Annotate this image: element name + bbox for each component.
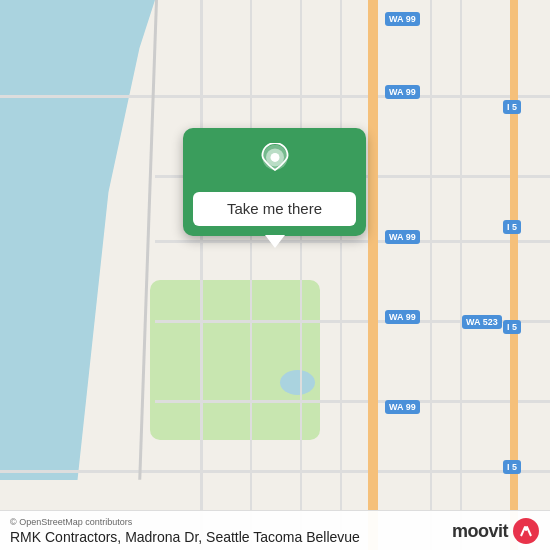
wa99-badge-2: WA 99 (385, 85, 420, 99)
road-vertical-6 (460, 0, 462, 550)
take-me-there-label[interactable]: Take me there (227, 200, 322, 217)
park-area (150, 280, 320, 440)
wa99-badge-5: WA 99 (385, 400, 420, 414)
bottom-bar: © OpenStreetMap contributors RMK Contrac… (0, 510, 550, 550)
location-pin-icon (257, 143, 293, 179)
road-vertical-4 (340, 0, 342, 550)
map-background: WA 99 WA 99 WA 99 WA 99 WA 99 I 5 I 5 I … (0, 0, 550, 550)
i5-badge-2: I 5 (503, 220, 521, 234)
map-attribution: © OpenStreetMap contributors (10, 517, 360, 527)
road-vertical-2 (250, 0, 252, 550)
map-container: WA 99 WA 99 WA 99 WA 99 WA 99 I 5 I 5 I … (0, 0, 550, 550)
svg-point-2 (270, 153, 279, 162)
take-me-there-section[interactable]: Take me there (193, 192, 356, 226)
bottom-bar-left: © OpenStreetMap contributors RMK Contrac… (10, 517, 360, 545)
road-horizontal-6 (0, 470, 550, 473)
location-popup: Take me there (183, 128, 366, 236)
road-horizontal-3 (155, 240, 550, 243)
wa99-badge-3: WA 99 (385, 230, 420, 244)
road-horizontal-1 (0, 95, 550, 98)
moovit-icon (512, 517, 540, 545)
wa99-badge-4: WA 99 (385, 310, 420, 324)
i5-badge-4: I 5 (503, 460, 521, 474)
wa99-badge-1: WA 99 (385, 12, 420, 26)
i5-badge-1: I 5 (503, 100, 521, 114)
small-lake (280, 370, 315, 395)
location-name: RMK Contractors, Madrona Dr, Seattle Tac… (10, 529, 360, 545)
popup-caret (265, 235, 285, 248)
wa523-badge: WA 523 (462, 315, 502, 329)
moovit-logo: moovit (452, 517, 540, 545)
moovit-text: moovit (452, 521, 508, 542)
puget-sound (0, 0, 155, 480)
i5-badge-3: I 5 (503, 320, 521, 334)
wa99-highway (368, 0, 378, 550)
road-horizontal-5 (155, 400, 550, 403)
road-vertical-1 (200, 0, 203, 550)
road-vertical-3 (300, 0, 302, 550)
road-vertical-5 (430, 0, 432, 550)
